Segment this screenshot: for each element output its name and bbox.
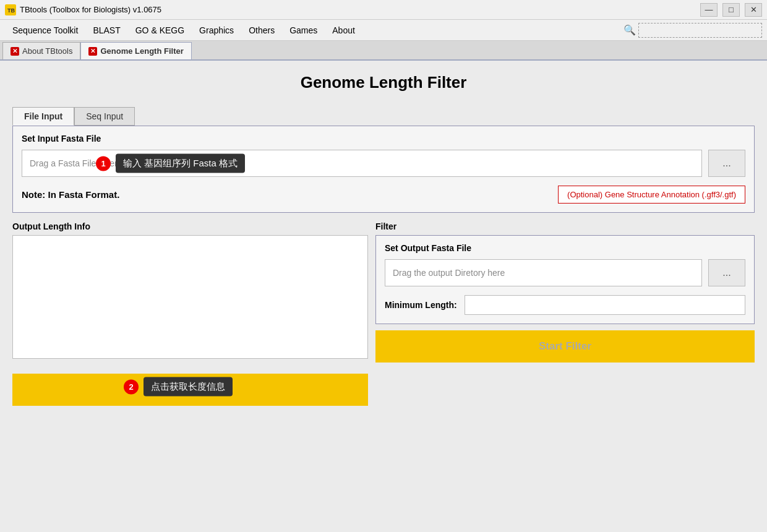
svg-text:TB: TB xyxy=(7,7,15,14)
title-bar-controls: — □ ✕ xyxy=(700,3,762,17)
min-length-label: Minimum Length: xyxy=(385,300,457,310)
minimize-button[interactable]: — xyxy=(700,3,718,17)
note-row: Note: In Fasta Format. (Optional) Gene S… xyxy=(22,186,745,204)
menu-others[interactable]: Others xyxy=(241,22,282,39)
menu-bar: Sequence Toolkit BLAST GO & KEGG Graphic… xyxy=(0,20,767,41)
search-icon[interactable]: 🔍 xyxy=(623,24,636,36)
tooltip-text-2: 点击获取长度信息 xyxy=(144,377,233,397)
menu-about[interactable]: About xyxy=(325,22,362,39)
browse-output-button[interactable]: ... xyxy=(708,259,745,286)
page-title: Genome Length Filter xyxy=(12,73,755,92)
optional-gene-annotation-button[interactable]: (Optional) Gene Structure Annotation (.g… xyxy=(558,186,745,204)
tab-genome-length-filter[interactable]: ✕ Genome Length Filter xyxy=(80,42,191,59)
output-dir-placeholder: Drag the output Diretory here xyxy=(393,268,505,278)
title-bar-left: TB TBtools (Toolbox for Biologists) v1.0… xyxy=(5,4,161,15)
filter-inner: Set Output Fasta File Drag the output Di… xyxy=(375,235,755,324)
menu-blast[interactable]: BLAST xyxy=(85,22,127,39)
input-section-label: Set Input Fasta File xyxy=(22,134,745,144)
tooltip-badge-2: 2 点击获取长度信息 xyxy=(124,377,233,397)
tab-label-genome: Genome Length Filter xyxy=(100,46,183,56)
tab-label-about: About TBtools xyxy=(22,46,72,56)
bottom-panels: Output Length Info Get Seq Length 2 点击获取… xyxy=(12,221,755,406)
output-dir-input[interactable]: Drag the output Diretory here xyxy=(385,259,702,286)
output-length-panel: Output Length Info Get Seq Length 2 点击获取… xyxy=(12,221,368,406)
sub-tab-seq-input[interactable]: Seq Input xyxy=(74,107,135,126)
filter-panel: Filter Set Output Fasta File Drag the ou… xyxy=(375,221,755,406)
app-title: TBtools (Toolbox for Biologists) v1.0675 xyxy=(20,5,161,14)
output-file-row: Drag the output Diretory here ... xyxy=(385,259,745,286)
badge-2: 2 xyxy=(124,379,139,394)
tooltip-text-1: 输入 基因组序列 Fasta 格式 xyxy=(116,154,245,173)
menu-games[interactable]: Games xyxy=(282,22,325,39)
filter-label: Filter xyxy=(375,221,755,231)
sub-tab-file-input[interactable]: File Input xyxy=(12,107,74,126)
tab-close-genome[interactable]: ✕ xyxy=(88,47,97,56)
title-bar: TB TBtools (Toolbox for Biologists) v1.0… xyxy=(0,0,767,20)
app-icon: TB xyxy=(5,4,16,15)
note-text: Note: In Fasta Format. xyxy=(22,189,119,200)
search-area: 🔍 xyxy=(623,23,762,38)
start-filter-button[interactable]: Start Filter xyxy=(375,330,755,363)
close-button[interactable]: ✕ xyxy=(745,3,762,17)
browse-fasta-button[interactable]: ... xyxy=(708,150,745,177)
tab-close-about[interactable]: ✕ xyxy=(11,47,19,56)
tab-about-tbtools[interactable]: ✕ About TBtools xyxy=(2,42,80,59)
maximize-button[interactable]: □ xyxy=(722,3,740,17)
badge-1: 1 xyxy=(96,156,111,171)
main-content: Genome Length Filter File Input Seq Inpu… xyxy=(0,61,767,532)
tooltip-badge-1: 1 输入 基因组序列 Fasta 格式 xyxy=(96,154,245,173)
sub-tabs: File Input Seq Input xyxy=(12,107,755,126)
file-input-row: Drag a Fasta File Over here 1 输入 基因组序列 F… xyxy=(22,150,745,177)
menu-go-kegg[interactable]: GO & KEGG xyxy=(128,22,192,39)
min-length-input[interactable] xyxy=(465,295,745,315)
action-area: Get Seq Length 2 点击获取长度信息 xyxy=(12,367,368,406)
output-fasta-label: Set Output Fasta File xyxy=(385,243,745,253)
menu-sequence-toolkit[interactable]: Sequence Toolkit xyxy=(5,22,85,39)
menu-graphics[interactable]: Graphics xyxy=(192,22,241,39)
input-section: Set Input Fasta File Drag a Fasta File O… xyxy=(12,126,755,213)
tab-bar: ✕ About TBtools ✕ Genome Length Filter xyxy=(0,41,767,61)
output-length-textarea[interactable] xyxy=(12,235,368,359)
output-length-label: Output Length Info xyxy=(12,221,368,231)
search-input[interactable] xyxy=(638,23,762,38)
min-length-row: Minimum Length: xyxy=(385,295,745,315)
